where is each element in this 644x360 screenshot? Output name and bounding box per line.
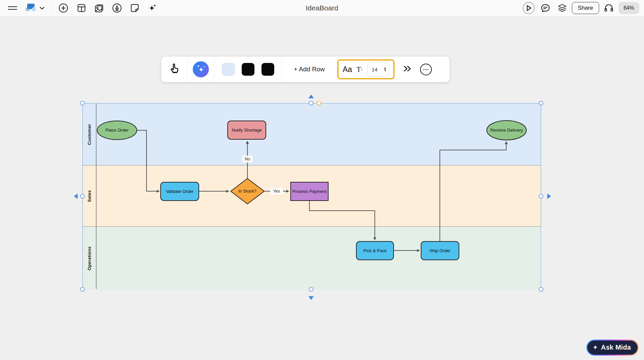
resize-handle-mid-left[interactable] (80, 194, 85, 199)
resize-handle-bottom-left[interactable] (80, 287, 85, 292)
ai-assist-button[interactable]: ✦✦✦ (187, 57, 214, 82)
resize-handle-bottom-center[interactable] (309, 287, 313, 292)
more-options-button[interactable] (416, 57, 435, 82)
top-bar: IdeaBoard Share (0, 0, 644, 16)
play-icon (522, 1, 535, 15)
add-right-arrow[interactable] (547, 194, 551, 199)
template-layout-icon (77, 3, 86, 13)
node-notify-shortage[interactable]: Notify Shortage (228, 121, 266, 139)
ai-tools-button[interactable] (145, 1, 160, 15)
border-color-swatch[interactable] (242, 63, 254, 76)
edge-process-payment-to-pick-pack (309, 201, 375, 240)
toolbar-divider (52, 3, 52, 13)
node-ship-order[interactable]: Ship Order (421, 241, 459, 260)
hand-pointer-icon (169, 63, 180, 76)
resize-handle-top-left[interactable] (80, 101, 85, 105)
page-title: IdeaBoard (306, 0, 338, 16)
app-logo-icon (24, 2, 37, 14)
node-validate-order[interactable]: Validate Order (161, 182, 199, 201)
add-above-arrow[interactable] (308, 95, 314, 98)
node-label: Notify Shortage (232, 128, 262, 133)
node-label: Place Order (105, 128, 129, 133)
ellipsis-icon (420, 64, 432, 75)
select-tool-button[interactable] (161, 57, 187, 82)
svg-text:No: No (245, 157, 250, 161)
fill-color-swatch[interactable] (222, 63, 235, 76)
node-receive-delivery[interactable]: Receive Delivery (487, 121, 526, 140)
layers-icon (557, 3, 567, 13)
node-in-stock[interactable]: In Stock? (231, 178, 264, 204)
ask-mida-button[interactable]: ✦ Ask Mida (586, 340, 639, 356)
insert-image-button[interactable] (92, 1, 106, 15)
edge-label-no: No (242, 156, 253, 163)
chevron-down-icon (40, 5, 45, 11)
layers-button[interactable] (555, 1, 569, 15)
hamburger-icon (8, 5, 17, 11)
sticky-note-icon (130, 3, 139, 13)
image-icon (94, 3, 104, 13)
font-style-button[interactable]: Aa (343, 65, 352, 74)
app-logo-menu[interactable] (24, 2, 45, 14)
svg-text:Yes: Yes (273, 189, 280, 194)
edge-ship-order-to-receive-delivery (440, 142, 506, 241)
text-settings-group: Aa T↕ ▲ ▼ (337, 59, 395, 79)
add-below-arrow[interactable] (308, 296, 314, 300)
color-swatch-group (215, 57, 282, 82)
sparkle-icon: ✦ (593, 344, 598, 351)
share-button[interactable]: Share (572, 2, 599, 14)
pen-circle-icon (112, 3, 122, 13)
resize-handle-top-center[interactable] (309, 101, 313, 105)
swimlane-frame[interactable]: CustomerSalesOperations YesNoPlace Order… (82, 103, 541, 289)
draw-tool-button[interactable] (110, 1, 124, 15)
node-label: Ship Order (429, 248, 451, 253)
text-resize-icon: ↕ (361, 67, 363, 72)
add-left-arrow[interactable] (74, 194, 78, 199)
edge-label-yes: Yes (270, 188, 283, 195)
comments-button[interactable] (538, 1, 552, 15)
font-size-stepper[interactable]: ▲ ▼ (384, 67, 387, 72)
resize-handle-mid-right[interactable] (539, 194, 543, 199)
text-color-swatch[interactable] (261, 63, 274, 76)
ask-mida-label: Ask Mida (601, 344, 631, 351)
node-label: Receive Delivery (490, 128, 523, 133)
comment-icon (540, 3, 550, 13)
zoom-level-badge[interactable]: 64% (619, 2, 639, 14)
ai-sparkle-icon: ✦✦✦ (193, 61, 209, 77)
main-menu-button[interactable] (5, 1, 19, 15)
sparkles-icon (148, 3, 158, 13)
node-label: Pick & Pack (363, 248, 387, 253)
plus-circle-icon (58, 3, 68, 13)
node-place-order[interactable]: Place Order (97, 121, 137, 140)
expand-toolbar-button[interactable] (399, 57, 416, 82)
node-pick-pack[interactable]: Pick & Pack (356, 241, 394, 260)
audio-button[interactable] (602, 1, 616, 15)
resize-handle-bottom-right[interactable] (539, 287, 543, 292)
double-chevron-right-icon (403, 65, 412, 74)
sticky-note-button[interactable] (128, 1, 142, 15)
flowchart-layer: YesNoPlace OrderNotify ShortageValidate … (83, 103, 541, 290)
board-canvas[interactable]: CustomerSalesOperations YesNoPlace Order… (0, 0, 644, 360)
adjust-handle-top[interactable] (316, 101, 321, 105)
resize-handle-top-right[interactable] (539, 101, 543, 105)
present-button[interactable] (522, 1, 536, 15)
add-element-button[interactable] (56, 1, 70, 15)
templates-button[interactable] (74, 1, 89, 15)
node-label: In Stock? (238, 189, 256, 194)
context-toolbar: ✦✦✦ + Add Row Aa T↕ ▲ ▼ (161, 57, 450, 82)
node-label: Validate Order (166, 189, 194, 194)
text-size-button[interactable]: T↕ (356, 65, 363, 74)
headphones-icon (604, 3, 614, 13)
edge-place-order-to-validate-order (137, 130, 159, 191)
node-label: Process Payment (292, 189, 327, 194)
node-process-payment[interactable]: Process Payment (291, 182, 328, 201)
stepper-down-icon[interactable]: ▼ (384, 69, 387, 72)
add-row-button[interactable]: + Add Row (282, 57, 337, 82)
